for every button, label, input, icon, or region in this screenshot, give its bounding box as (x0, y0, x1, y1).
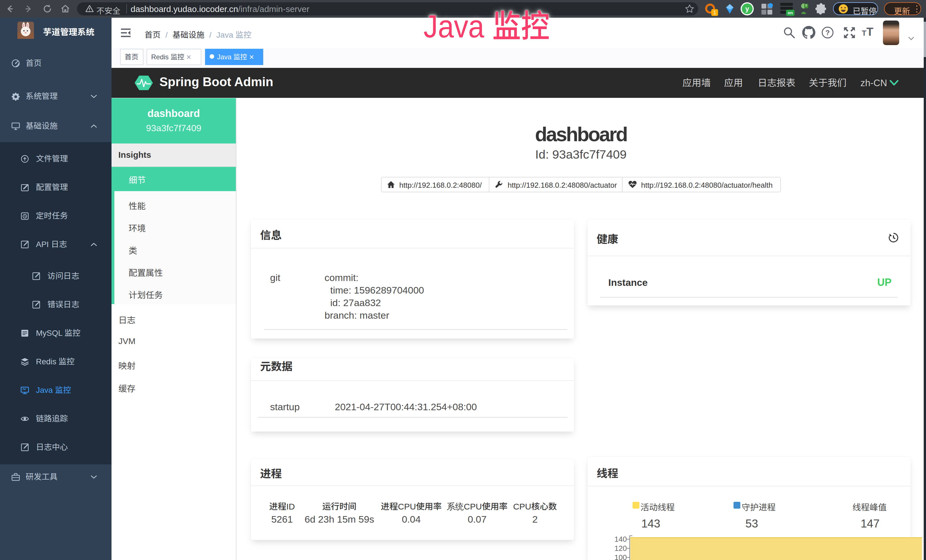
svg-text:?: ? (826, 29, 830, 36)
svg-text:on: on (788, 10, 793, 15)
svg-text:y: y (745, 5, 749, 12)
svg-text:1: 1 (713, 10, 716, 15)
